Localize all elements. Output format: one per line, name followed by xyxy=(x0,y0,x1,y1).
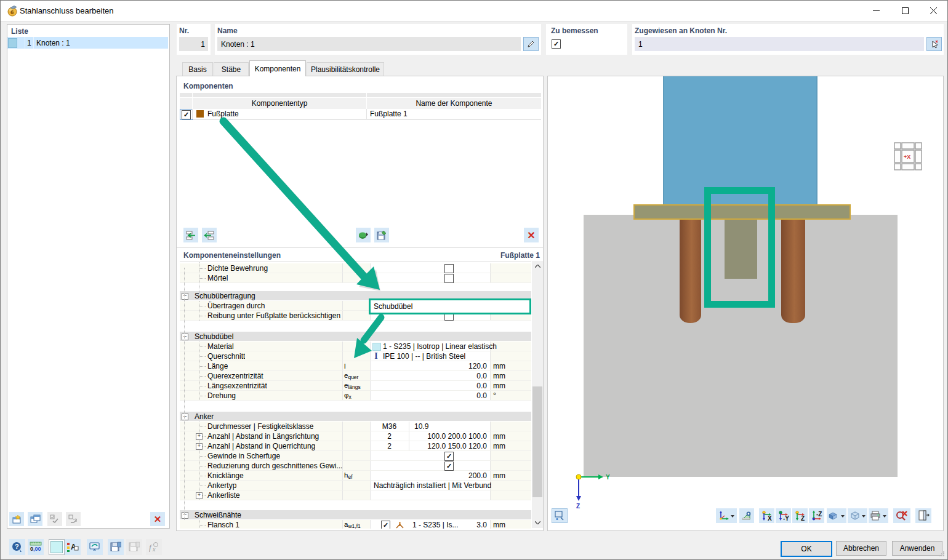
ok-button[interactable]: OK xyxy=(781,541,832,557)
col-header-name-der-komponente[interactable]: Name der Komponente xyxy=(367,98,541,109)
component-row-fussplatte[interactable]: ✓ Fußplatte Fußplatte 1 xyxy=(180,109,541,120)
setting-label: Länge xyxy=(207,361,228,370)
setting-checkbox-dichte-bewehrung[interactable] xyxy=(444,264,454,273)
settings-group-anker[interactable]: –Anker xyxy=(180,412,531,421)
setting-value: 0.0 xyxy=(476,381,487,390)
list-item-knoten-1[interactable]: 1 Knoten : 1 xyxy=(7,37,168,49)
settings-row-l-ngsexzentrizit-t[interactable]: Längsexzentrizitätelängs0.0mm xyxy=(180,381,531,391)
print-button[interactable] xyxy=(869,508,888,523)
viewport-panel[interactable]: +X Y Z X-YZ-Z xyxy=(547,76,944,531)
settings-row-l-nge[interactable]: Längel120.0mm xyxy=(180,361,531,371)
list-item-num: 1 xyxy=(27,37,31,49)
color-swatch-button[interactable] xyxy=(49,539,65,555)
expand-icon[interactable]: + xyxy=(196,492,203,499)
visibility-mode-button[interactable] xyxy=(848,508,867,523)
viewport-mode-button[interactable] xyxy=(552,508,568,523)
component-checkbox[interactable]: ✓ xyxy=(182,110,191,119)
component-save-button[interactable] xyxy=(374,228,389,242)
projection-axes-button[interactable] xyxy=(716,508,737,523)
group-label: Schubdübel xyxy=(195,332,233,341)
panel-toggle-button[interactable] xyxy=(915,508,931,523)
component-delete-button[interactable]: ✕ xyxy=(524,228,539,242)
settings-row-material[interactable]: Material1 - S235 | Isotrop | Linear elas… xyxy=(180,342,531,351)
check-all-button[interactable] xyxy=(47,512,62,526)
settings-row-durchmesser-festigkeitsklasse[interactable]: Durchmesser | FestigkeitsklasseM3610.9 xyxy=(180,422,531,431)
expand-icon[interactable]: + xyxy=(196,443,203,450)
settings-row-flansch-1[interactable]: Flansch 1aw1,f1✓1 - S235 | Is...3.0mm xyxy=(180,520,531,529)
uncheck-all-button[interactable] xyxy=(66,512,81,526)
display-properties-button[interactable]: A xyxy=(65,539,81,555)
setting-checkbox-gewinde-in-scherfuge[interactable]: ✓ xyxy=(444,452,454,461)
scroll-down-button[interactable] xyxy=(532,518,543,528)
apply-button[interactable]: Anwenden xyxy=(892,541,942,556)
settings-row-m-rtel[interactable]: Mörtel xyxy=(180,273,531,283)
zugewiesen-field[interactable]: 1 xyxy=(635,37,924,51)
nr-box: Nr. 1 xyxy=(177,24,211,55)
settings-row-knickl-nge[interactable]: Knicklängehef200.0mm xyxy=(180,471,531,481)
tab-plausibilitaetskontrolle[interactable]: Plausibilitätskontrolle xyxy=(307,62,384,76)
settings-row-gewinde-in-scherfuge[interactable]: Gewinde in Scherfuge✓ xyxy=(180,451,531,461)
delete-all-button[interactable]: ✕ xyxy=(150,512,165,526)
settings-row-reduzierung-durch-geschnittenes-gewi[interactable]: Reduzierung durch geschnittenes Gewi...✓ xyxy=(180,461,531,471)
expand-icon[interactable]: + xyxy=(196,433,203,440)
view-x-button[interactable]: X xyxy=(759,508,774,523)
tab-komponenten[interactable]: Komponenten xyxy=(249,60,306,76)
formula-disabled-button[interactable]: fx xyxy=(146,539,162,555)
weld-checkbox[interactable]: ✓ xyxy=(381,521,390,529)
setting-checkbox-m-rtel[interactable] xyxy=(444,274,454,283)
svg-text:Z: Z xyxy=(801,515,805,521)
save-defaults-button[interactable] xyxy=(108,539,124,555)
view-minus-y-button[interactable]: -Y xyxy=(776,508,791,523)
screen-settings-button[interactable] xyxy=(87,539,103,555)
minimize-button[interactable] xyxy=(862,1,890,21)
select-nodes-button[interactable] xyxy=(926,37,942,51)
resize-grip[interactable] xyxy=(939,551,945,557)
tab-staebe[interactable]: Stäbe xyxy=(214,62,249,76)
view-z-button[interactable]: Z xyxy=(792,508,808,523)
help-button[interactable]: ? xyxy=(9,539,25,555)
settings-row-dichte-bewehrung[interactable]: Dichte Bewehrung xyxy=(180,263,531,273)
cancel-button[interactable]: Abbrechen xyxy=(836,541,886,556)
settings-scrollbar[interactable] xyxy=(532,261,543,528)
settings-row-drehung[interactable]: Drehungφx0.0° xyxy=(180,391,531,401)
settings-row-anzahl-abstand-in-querrichtung[interactable]: +Anzahl | Abstand in Querrichtung2120.0 … xyxy=(180,441,531,451)
settings-group-schubd-bel[interactable]: –Schubdübel xyxy=(180,332,531,341)
new-item-button[interactable] xyxy=(9,512,24,526)
scroll-up-button[interactable] xyxy=(532,261,543,271)
save-as-default-disabled-button[interactable] xyxy=(126,539,142,555)
settings-row-ankertyp[interactable]: AnkertypNachträglich installiert | Mit V… xyxy=(180,481,531,490)
uebertragen-durch-dropdown[interactable]: Schubdübel xyxy=(369,298,531,314)
zu-bemessen-checkbox[interactable]: ✓ xyxy=(552,39,561,49)
view-minus-z-button[interactable]: -Z xyxy=(809,508,824,523)
setting-symbol: elängs xyxy=(344,381,361,390)
zoom-reset-button[interactable] xyxy=(893,508,910,523)
nr-field: 1 xyxy=(179,37,208,51)
measure-button[interactable] xyxy=(739,508,754,523)
col-header-komponententyp[interactable]: Komponententyp xyxy=(193,98,366,109)
settings-row-anzahl-abstand-in-l-ngsrichtung[interactable]: +Anzahl | Abstand in Längsrichtung2100.0… xyxy=(180,431,531,441)
setting-label: Reduzierung durch geschnittenes Gewi... xyxy=(207,461,342,470)
setting-checkbox-reduzierung-durch-geschnittenes-gewi[interactable]: ✓ xyxy=(444,462,454,471)
scroll-thumb[interactable] xyxy=(532,386,542,497)
settings-row-ankerliste[interactable]: +Ankerliste xyxy=(180,490,531,500)
group-label: Anker xyxy=(195,412,214,421)
name-field[interactable]: Knoten : 1 xyxy=(217,37,521,51)
setting-label: Reibung unter Fußplatte berücksichtigen xyxy=(207,311,340,320)
group-label: Schubübertragung xyxy=(195,291,255,300)
svg-text:-Y: -Y xyxy=(783,515,789,521)
decimal-places-button[interactable]: 0,00 xyxy=(28,539,44,555)
component-remove-row-button[interactable] xyxy=(202,228,217,242)
component-insert-row-button[interactable] xyxy=(183,228,198,242)
settings-row-querexzentrizit-t[interactable]: Querexzentrizitätequer0.0mm xyxy=(180,371,531,381)
settings-group-schwei-n-hte[interactable]: –Schweißnähte xyxy=(180,510,531,519)
close-button[interactable] xyxy=(920,1,947,21)
view-navigator[interactable]: +X xyxy=(893,142,923,172)
tab-basis[interactable]: Basis xyxy=(182,62,213,76)
setting-symbol: l xyxy=(344,361,346,370)
copy-item-button[interactable] xyxy=(28,512,42,526)
rename-button[interactable] xyxy=(523,37,539,51)
component-import-button[interactable] xyxy=(356,228,371,242)
render-mode-button[interactable] xyxy=(827,508,846,523)
settings-row-querschnitt[interactable]: QuerschnittIIPE 100 | -- | British Steel xyxy=(180,351,531,361)
maximize-button[interactable] xyxy=(891,1,919,21)
